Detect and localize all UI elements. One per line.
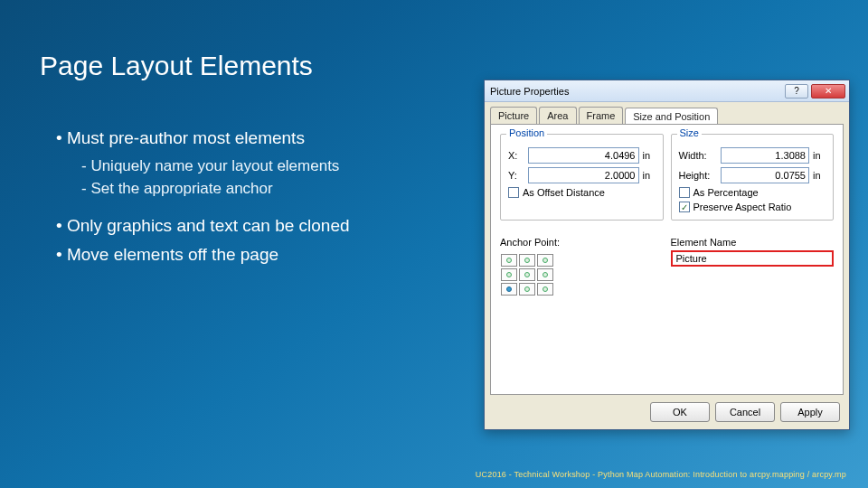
offset-checkbox[interactable]: As Offset Distance <box>508 187 656 198</box>
anchor-tr[interactable] <box>537 254 553 267</box>
picture-properties-dialog: Picture Properties ? ✕ Picture Area Fram… <box>484 80 850 430</box>
anchor-bl[interactable] <box>501 283 517 296</box>
slide-footer: UC2016 - Technical Workshop - Python Map… <box>476 470 846 479</box>
y-unit: in <box>643 170 656 181</box>
bullet-3: Move elements off the page <box>56 245 454 265</box>
aspect-checkbox[interactable]: ✓ Preserve Aspect Ratio <box>679 202 826 212</box>
tab-size-position[interactable]: Size and Position <box>625 108 718 125</box>
help-button[interactable]: ? <box>785 84 808 99</box>
sub-bullet-1: Uniquely name your layout elements <box>81 157 454 175</box>
anchor-ml[interactable] <box>501 268 517 281</box>
height-unit: in <box>813 170 826 181</box>
bullet-2: Only graphics and text can be cloned <box>56 216 454 236</box>
dialog-title: Picture Properties <box>490 86 782 97</box>
width-unit: in <box>813 150 826 161</box>
height-input[interactable]: 0.0755 <box>721 167 810 183</box>
cancel-button[interactable]: Cancel <box>715 402 775 422</box>
y-label: Y: <box>508 170 524 181</box>
bullet-1: Must pre-author most elements <box>56 128 454 148</box>
close-button[interactable]: ✕ <box>811 84 845 99</box>
anchor-tl[interactable] <box>501 254 517 267</box>
tab-frame[interactable]: Frame <box>579 107 624 124</box>
slide-background: Page Layout Elements Must pre-author mos… <box>0 0 868 488</box>
x-label: X: <box>508 150 524 161</box>
checkbox-icon: ✓ <box>679 202 690 212</box>
dialog-panel: Position X: 4.0496 in Y: 2.0000 in As Of… <box>490 124 844 395</box>
offset-label: As Offset Distance <box>523 187 605 198</box>
width-label: Width: <box>679 150 717 161</box>
anchor-tc[interactable] <box>519 254 535 267</box>
anchor-mc[interactable] <box>519 268 535 281</box>
slide-title: Page Layout Elements <box>40 51 313 81</box>
tab-area[interactable]: Area <box>539 107 576 124</box>
checkbox-icon <box>679 187 690 198</box>
position-group-label: Position <box>506 127 547 138</box>
sub-bullet-2: Set the appropriate anchor <box>81 180 454 198</box>
position-group: Position X: 4.0496 in Y: 2.0000 in As Of… <box>500 134 664 221</box>
tab-bar: Picture Area Frame Size and Position <box>485 102 849 124</box>
aspect-label: Preserve Aspect Ratio <box>693 202 792 212</box>
tab-picture[interactable]: Picture <box>490 107 537 124</box>
element-name-input[interactable] <box>671 250 835 267</box>
apply-button[interactable]: Apply <box>780 402 840 422</box>
y-input[interactable]: 2.0000 <box>528 167 639 183</box>
ok-button[interactable]: OK <box>650 402 710 422</box>
anchor-mr[interactable] <box>537 268 553 281</box>
dialog-button-row: OK Cancel Apply <box>650 402 840 422</box>
anchor-grid <box>500 253 590 296</box>
size-group: Size Width: 1.3088 in Height: 0.0755 in … <box>671 134 835 221</box>
percentage-label: As Percentage <box>693 187 759 198</box>
size-group-label: Size <box>677 127 702 138</box>
anchor-label: Anchor Point: <box>500 237 664 248</box>
help-icon: ? <box>794 86 799 96</box>
x-input[interactable]: 4.0496 <box>528 147 639 164</box>
height-label: Height: <box>679 170 717 181</box>
anchor-bc[interactable] <box>519 283 535 296</box>
dialog-titlebar[interactable]: Picture Properties ? ✕ <box>485 80 849 102</box>
checkbox-icon <box>508 187 519 198</box>
element-name-label: Element Name <box>671 237 835 248</box>
percentage-checkbox[interactable]: As Percentage <box>679 187 826 198</box>
close-icon: ✕ <box>825 86 832 96</box>
anchor-br[interactable] <box>537 283 553 296</box>
slide-content: Must pre-author most elements Uniquely n… <box>56 128 454 274</box>
x-unit: in <box>643 150 656 161</box>
width-input[interactable]: 1.3088 <box>721 147 810 164</box>
